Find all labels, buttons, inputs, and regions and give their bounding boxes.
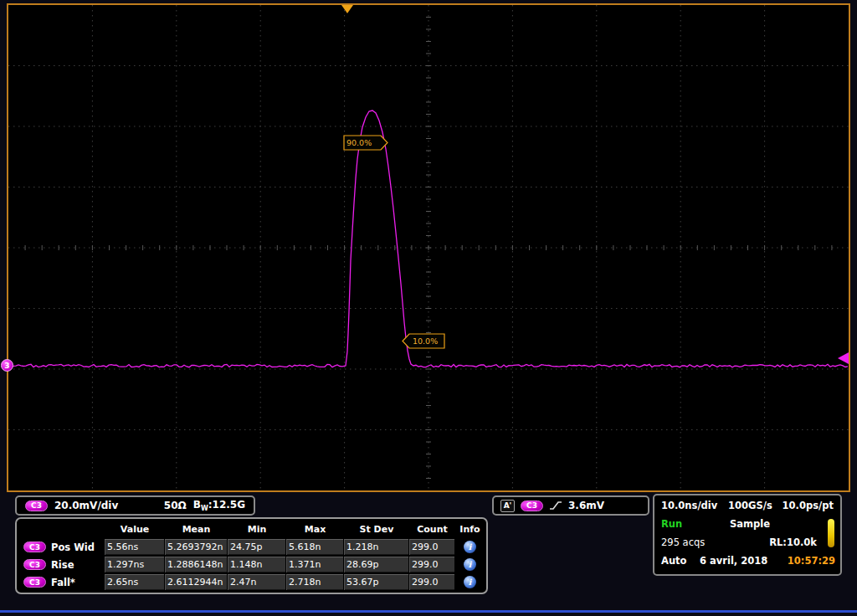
horizontal-acquisition-panel: 10.0ns/div 100GS/s 10.0ps/pt Run Sample …	[653, 494, 842, 576]
grid	[8, 5, 849, 490]
bandwidth-value: :12.5G	[208, 499, 245, 511]
cell-value: 2.65ns	[105, 574, 164, 590]
cell-max: 1.371n	[286, 557, 343, 572]
trigger-level: 3.6mV	[568, 500, 604, 511]
cell-mean: 5.2693792n	[165, 539, 227, 555]
trigger-position-marker[interactable]	[341, 5, 353, 13]
header-mean: Mean	[165, 524, 228, 535]
cell-value: 5.56ns	[105, 539, 164, 555]
cell-count: 299.0	[409, 557, 454, 572]
info-glyph: i	[469, 561, 472, 569]
cell-min: 2.47n	[228, 574, 285, 590]
header-max: Max	[286, 524, 344, 535]
oscilloscope-screen: 90.0% 10.0% 3 C3 20.0mV/div 50Ω BW:12.5G…	[0, 0, 857, 616]
info-icon[interactable]: i	[464, 541, 476, 553]
measurement-label: C3 Pos Wid	[18, 542, 105, 553]
waveform-ch3	[8, 110, 848, 367]
info-glyph: i	[469, 578, 472, 587]
header-count: Count	[409, 524, 455, 535]
ref-level-10-label: 10.0%	[413, 336, 438, 346]
measurement-name: Rise	[51, 559, 74, 571]
trigger-source-badge: C3	[521, 501, 543, 511]
sample-resolution: 10.0ps/pt	[783, 500, 834, 511]
channel-readout[interactable]: C3 20.0mV/div 50Ω BW:12.5G	[15, 495, 255, 516]
measurement-label: C3 Fall*	[18, 577, 105, 588]
trigger-mode: Auto	[661, 555, 687, 567]
measurement-name: Fall*	[51, 577, 75, 588]
measurement-row-poswid: C3 Pos Wid 5.56ns 5.2693792n 24.75p 5.61…	[18, 538, 485, 556]
header-stdev: St Dev	[344, 524, 409, 535]
cell-max: 2.718n	[286, 574, 343, 590]
run-status: Run	[661, 518, 682, 530]
graticule: 90.0% 10.0%	[7, 3, 850, 492]
graticule-canvas: 90.0% 10.0%	[8, 5, 849, 490]
info-glyph: i	[469, 543, 472, 552]
header-value: Value	[105, 524, 165, 535]
header-info: Info	[455, 524, 485, 535]
cell-count: 299.0	[409, 574, 454, 590]
cell-mean: 2.6112944n	[165, 574, 227, 590]
termination-impedance: 50Ω	[164, 500, 187, 511]
cell-min: 1.148n	[228, 557, 285, 572]
measurement-table: Value Mean Min Max St Dev Count Info C3 …	[15, 517, 488, 594]
timebase: 10.0ns/div	[661, 500, 717, 511]
measurement-row-fall: C3 Fall* 2.65ns 2.6112944n 2.47n 2.718n …	[18, 573, 485, 591]
clock: 10:57:29	[788, 555, 835, 567]
sample-rate: 100GS/s	[728, 500, 772, 511]
cell-stdev: 1.218n	[344, 539, 408, 555]
header-min: Min	[228, 524, 286, 535]
cell-stdev: 28.69p	[344, 557, 408, 572]
cell-value: 1.297ns	[105, 557, 164, 572]
source-badge: C3	[23, 542, 46, 552]
ref-level-flag-90[interactable]: 90.0%	[344, 136, 387, 150]
rising-slope-icon	[549, 501, 562, 511]
info-icon[interactable]: i	[464, 576, 476, 588]
source-badge: C3	[23, 577, 46, 588]
measurement-label: C3 Rise	[18, 559, 105, 571]
trigger-readout[interactable]: A' C3 3.6mV	[492, 495, 649, 516]
vertical-scale: 20.0mV/div	[54, 500, 118, 511]
acquisition-mode: Sample	[730, 518, 770, 530]
trigger-a-badge: A'	[500, 500, 515, 512]
channel-level-arrow[interactable]	[838, 352, 849, 364]
source-badge: C3	[23, 559, 46, 570]
cell-count: 299.0	[409, 539, 454, 555]
bandwidth-sub: W	[201, 505, 208, 512]
cell-mean: 1.2886148n	[165, 557, 227, 572]
cell-stdev: 53.67p	[344, 574, 408, 590]
measurement-header-row: Value Mean Min Max St Dev Count Info	[18, 521, 485, 538]
measurement-row-rise: C3 Rise 1.297ns 1.2886148n 1.148n 1.371n…	[18, 556, 485, 573]
channel-3-marker[interactable]: 3	[1, 359, 13, 372]
channel-badge: C3	[25, 501, 48, 511]
ref-level-flag-10[interactable]: 10.0%	[403, 334, 444, 348]
acquisition-count: 295 acqs	[661, 536, 705, 548]
bandwidth-b: B	[193, 499, 201, 511]
bottom-edge-line	[0, 610, 857, 613]
info-icon[interactable]: i	[464, 558, 476, 571]
bandwidth-limit: BW:12.5G	[193, 499, 245, 512]
ref-level-90-label: 90.0%	[346, 138, 372, 147]
cell-min: 24.75p	[228, 539, 285, 555]
measurement-name: Pos Wid	[51, 542, 95, 553]
record-length: RL:10.0k	[769, 536, 817, 548]
temperature-icon	[828, 519, 834, 547]
date: 6 avril, 2018	[700, 555, 767, 567]
cell-max: 5.618n	[286, 539, 343, 555]
